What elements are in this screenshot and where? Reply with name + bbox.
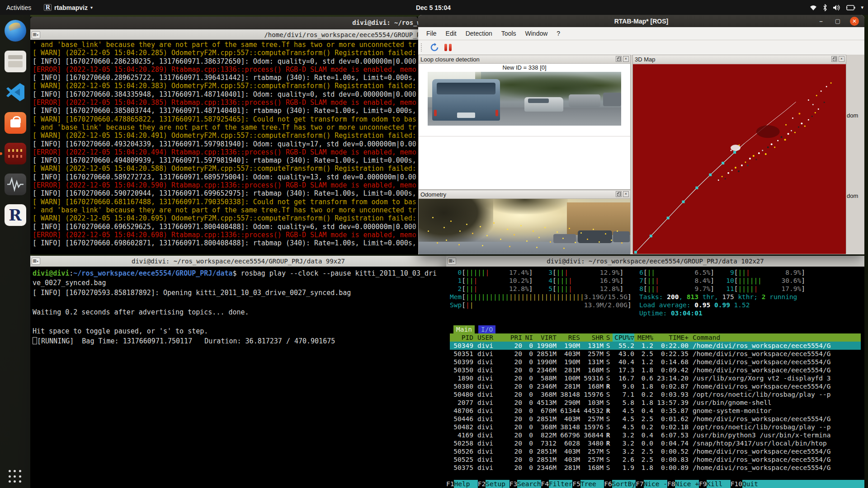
process-row[interactable]: 50526 divi 20 0 2851M 403M 257M S 3.2 2.…	[450, 447, 861, 455]
dock-item-files[interactable]	[5, 51, 26, 72]
col-virt[interactable]: VIRT	[533, 333, 557, 342]
point-cloud-view[interactable]	[633, 64, 846, 254]
menu-item[interactable]: Tools	[497, 27, 521, 40]
function-key-button[interactable]: F8Nice +	[667, 480, 699, 488]
col-mem[interactable]: MEM%	[634, 333, 653, 342]
terminal2-titlebar[interactable]: ⊞▾ divi@divi: ~/ros_workspace/eece5554/G…	[30, 256, 446, 267]
process-row[interactable]: 1890 divi 20 0 588M 100M 59316 S 16.7 0.…	[450, 374, 861, 382]
menu-item[interactable]: File	[422, 27, 441, 40]
float-panel-icon[interactable]	[831, 56, 837, 62]
close-button[interactable]: ✕	[850, 17, 859, 26]
function-key-button[interactable]: F3Search	[509, 480, 541, 488]
function-key-button[interactable]: F10Quit	[731, 480, 864, 488]
terminal1-title: divi@divi: ~/ros_w	[352, 19, 418, 26]
float-panel-icon[interactable]	[616, 191, 622, 197]
process-row[interactable]: 50446 divi 20 0 2851M 403M 257M S 4.5 2.…	[450, 415, 861, 423]
col-res[interactable]: RES	[557, 333, 580, 342]
process-row[interactable]: 50375 divi 20 0 2346M 281M 168M S 1.9 1.…	[450, 464, 861, 472]
process-row[interactable]: 2077 divi 20 0 4513M 290M 103M S 5.8 1.8…	[450, 399, 861, 407]
function-key-button[interactable]: F2Setup	[478, 480, 509, 488]
function-key-button[interactable]: F5Tree	[572, 480, 604, 488]
process-row[interactable]: 50350 divi 20 0 2346M 281M 168M S 17.3 1…	[450, 366, 861, 374]
process-row[interactable]: 50380 divi 20 0 2346M 281M 168M R 9.0 1.…	[450, 382, 861, 390]
process-row[interactable]: 50258 divi 20 0 7312 6028 3480 R 3.2 0.0…	[450, 439, 861, 447]
terminal-line: [ INFO] [1670270593.858187892]: Opening …	[33, 288, 446, 298]
menu-item[interactable]: ?	[552, 27, 565, 40]
htop-tab[interactable]: I/O	[478, 325, 495, 333]
log-line: [ERROR] (2022-12-05 15:04:20.698) Rtabma…	[33, 231, 418, 239]
log-line: [ INFO] [1670270660.698602871, 131766097…	[33, 239, 418, 247]
dock-item-r-app[interactable]: R	[5, 204, 26, 226]
rtabmap-titlebar[interactable]: RTAB-Map* [ROS] – ▢ ✕	[418, 15, 864, 27]
log-line: [ INFO] [1670270660.385803744, 131766097…	[33, 107, 418, 115]
panel-splitter[interactable]	[419, 136, 630, 136]
dock-item-vscode[interactable]	[5, 81, 26, 103]
system-tray[interactable]: ▾	[809, 4, 863, 11]
log-line: [ WARN] (2022-12-05 15:04:20.383) Odomet…	[33, 82, 418, 90]
col-pri[interactable]: PRI	[509, 333, 522, 342]
col-s[interactable]: S	[604, 333, 613, 342]
function-key-button[interactable]: F7Nice -	[636, 480, 667, 488]
col-cpu-sorted[interactable]: CPU%▽	[613, 333, 634, 342]
terminal-line: divi@divi:~/ros_workspace/eece5554/GROUP…	[33, 269, 446, 278]
dock-item-firefox[interactable]	[5, 20, 26, 42]
function-key-button[interactable]: F4Filter	[541, 480, 573, 488]
app-menu[interactable]: R rtabmapviz ▾	[44, 4, 93, 11]
clipped-dock-strip: dom dom	[847, 55, 864, 253]
dock: R	[0, 15, 30, 488]
terminal1-output[interactable]: ' and 'base_link' because they are not p…	[30, 40, 418, 254]
map-3d-header[interactable]: 3D Map ×	[633, 55, 846, 64]
terminal-group-icon[interactable]: ⊞▾	[32, 31, 40, 38]
loop-closure-title: Loop closure detection	[420, 56, 480, 63]
dock-item-ubuntu-software[interactable]	[5, 112, 26, 134]
process-row[interactable]: 50351 divi 20 0 2851M 403M 257M S 43.0 2…	[450, 350, 861, 358]
menu-item[interactable]: Detection	[461, 27, 497, 40]
terminal2-output[interactable]: divi@divi:~/ros_workspace/eece5554/GROUP…	[30, 267, 446, 488]
activities-button[interactable]: Activities	[0, 0, 38, 15]
menu-item[interactable]: Window	[521, 27, 552, 40]
toolbar-drag-handle[interactable]	[421, 43, 424, 52]
battery-icon	[845, 5, 855, 10]
htop-tab[interactable]: Main	[453, 325, 475, 333]
col-command[interactable]: Command	[689, 333, 861, 342]
clock[interactable]: Dec 5 15:04	[416, 4, 451, 11]
function-key-button[interactable]: F9Kill	[699, 480, 731, 488]
log-line: [ WARN] (2022-12-05 15:04:20.285) Odomet…	[33, 49, 418, 57]
process-row[interactable]: 48706 divi 20 0 670M 61344 44532 R 4.5 0…	[450, 407, 861, 415]
process-table-header[interactable]: PID USER PRI NI VIRT RES SHR S CPU%▽ MEM…	[450, 333, 861, 342]
function-key-button[interactable]: F6SortBy	[604, 480, 636, 488]
col-ni[interactable]: NI	[522, 333, 533, 342]
process-row[interactable]: 50480 divi 20 0 368M 38148 15976 S 7.1 0…	[450, 390, 861, 399]
dock-item-screen-recorder[interactable]	[5, 143, 26, 164]
map-3d-panel: 3D Map ×	[632, 55, 846, 253]
odometry-header[interactable]: Odometry ×	[419, 190, 630, 199]
col-pid[interactable]: PID	[450, 333, 473, 342]
odometry-panel: Odometry ×	[418, 190, 631, 253]
float-panel-icon[interactable]	[616, 56, 622, 62]
htop-titlebar[interactable]: ⊞▾ divi@divi: ~/ros_workspace/eece5554/G…	[446, 256, 864, 267]
process-row[interactable]: 4169 divi 20 0 822M 66796 36844 R 3.2 0.…	[450, 431, 861, 439]
pause-icon[interactable]	[444, 44, 452, 51]
col-user[interactable]: USER	[473, 333, 509, 342]
loop-closure-body: New ID = 338 [0]	[419, 64, 630, 126]
col-time[interactable]: TIME+	[653, 333, 689, 342]
maximize-button[interactable]: ▢	[833, 17, 842, 26]
process-row[interactable]: 50399 divi 20 0 1990M 190M 131M S 40.4 1…	[450, 358, 861, 366]
bluetooth-icon	[823, 4, 827, 11]
function-key-button[interactable]: F1Help	[446, 480, 478, 488]
process-row[interactable]: 50525 divi 20 0 2851M 403M 257M S 2.6 2.…	[450, 455, 861, 464]
refresh-icon[interactable]	[430, 43, 439, 52]
loop-closure-header[interactable]: Loop closure detection ×	[419, 55, 630, 64]
terminal-line: [RUNNING] Bag Time: 1317660971.750117 Du…	[33, 337, 446, 346]
terminal1-titlebar[interactable]: divi@divi: ~/ros_w	[30, 17, 418, 29]
close-panel-icon[interactable]: ×	[623, 191, 629, 197]
process-row[interactable]: 50482 divi 20 0 368M 38148 15976 S 4.5 0…	[450, 423, 861, 431]
menu-item[interactable]: Edit	[441, 27, 461, 40]
minimize-button[interactable]: –	[816, 17, 826, 26]
process-row[interactable]: 50349 divi 20 0 1990M 190M 131M S 55.2 1…	[450, 342, 861, 350]
col-shr[interactable]: SHR	[580, 333, 604, 342]
close-panel-icon[interactable]: ×	[839, 56, 844, 62]
app-grid-button[interactable]	[9, 470, 22, 483]
close-panel-icon[interactable]: ×	[623, 56, 629, 62]
dock-item-wave-analyzer[interactable]	[5, 174, 26, 195]
